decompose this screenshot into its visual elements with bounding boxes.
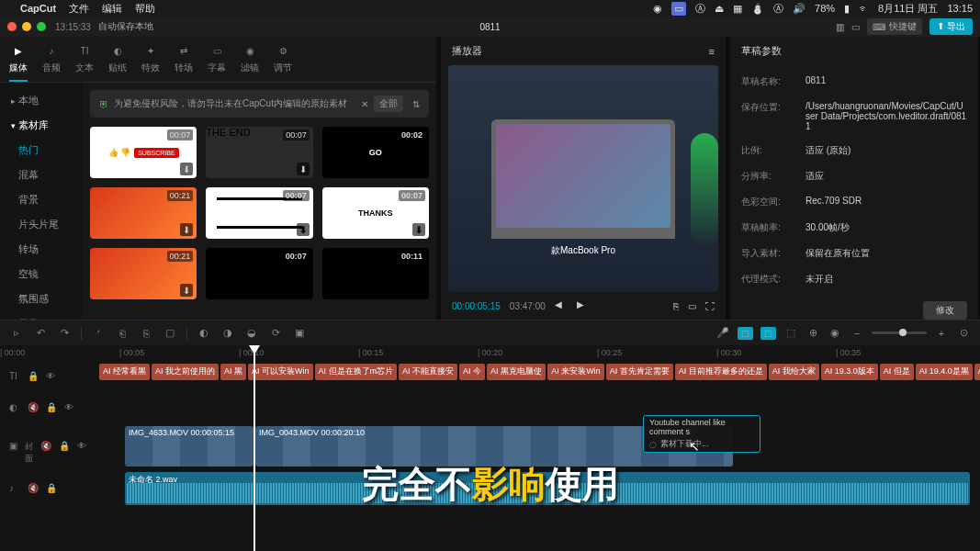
download-icon[interactable]: ⬇ [297,223,310,236]
select-tool-icon[interactable]: ▹ [9,326,24,341]
text-clip[interactable]: AI 但是在换了m芯片 [315,364,398,380]
snap-icon[interactable]: ⊕ [805,326,820,341]
asset-thumbnail[interactable]: 00:11⬇ [322,248,429,299]
sidebar-item[interactable]: 氛围感 [0,287,83,311]
ratio-icon[interactable]: ▭ [688,301,696,311]
preview-icon[interactable]: ◉ [828,326,842,341]
status-icon[interactable]: Ⓐ [773,2,783,16]
filter-icon[interactable]: ⇅ [412,99,420,109]
mic-icon[interactable]: 🎤 [715,326,730,341]
asset-thumbnail[interactable]: THANKS00:07⬇ [322,187,429,239]
text-clip[interactable]: AI 今 [459,364,485,380]
eye-icon[interactable]: 👁 [46,371,57,382]
traffic-lights[interactable] [7,22,46,31]
download-icon[interactable]: ⬇ [412,223,425,236]
player-menu-icon[interactable]: ≡ [709,46,715,57]
tool-icon[interactable]: ◒ [244,326,259,341]
status-icon[interactable]: ▦ [733,3,742,15]
sidebar-item[interactable]: 空镜 [0,262,83,287]
tab-媒体[interactable]: ▶媒体 [9,42,28,82]
wifi-icon[interactable]: ᯤ [859,3,869,14]
lock-icon[interactable]: 🔒 [59,441,70,452]
play-icon[interactable]: ▶ [577,299,590,312]
all-button[interactable]: 全部 [374,96,403,112]
tool-icon[interactable]: ▣ [292,326,307,341]
modify-button[interactable]: 修改 [923,301,967,320]
preview-area[interactable] [448,65,718,292]
sticker-track-icon[interactable]: ◐ [9,402,20,413]
text-clip[interactable]: AI 黑克电脑使 [487,364,546,380]
audio-track-icon[interactable]: ♪ [9,483,20,494]
download-icon[interactable]: ⬇ [412,284,425,297]
download-icon[interactable]: ⬇ [180,223,193,236]
text-clip[interactable]: AI 我之前使用的 [152,364,219,380]
asset-thumbnail[interactable]: 00:07⬇ [206,248,312,299]
asset-thumbnail[interactable]: THE END00:07⬇ [206,127,312,178]
tab-滤镜[interactable]: ◉滤镜 [241,42,259,82]
tab-字幕[interactable]: ▭字幕 [208,42,226,82]
timeline[interactable]: | 00:00| 00:05| 00:10| 00:15| 00:20| 00:… [0,345,980,551]
download-icon[interactable]: ⬇ [297,163,310,175]
asset-thumbnail[interactable]: 00:21⬇ [90,248,197,299]
status-icon[interactable]: Ⓐ [695,2,705,16]
asset-thumbnail[interactable]: 👍 👎SUBSCRIBE00:07⬇ [90,127,197,178]
tab-文本[interactable]: TI文本 [75,42,94,82]
text-clip[interactable]: AI 经常看黑 [99,364,150,380]
tool-icon[interactable]: ⟳ [268,326,283,341]
asset-thumbnail[interactable]: 00:21⬇ [90,187,197,239]
sidebar-item[interactable]: 片头片尾 [0,212,83,237]
status-icon[interactable]: ⛄ [751,3,764,15]
delete-icon[interactable]: ▢ [163,326,177,341]
status-icon[interactable]: ▭ [671,2,686,16]
menu-help[interactable]: 帮助 [135,2,155,16]
download-icon[interactable]: ⬇ [297,284,310,297]
asset-thumbnail[interactable]: 00:07⬇ [206,187,312,239]
download-icon[interactable]: ⬇ [180,163,193,175]
status-icon[interactable]: ◉ [653,3,662,15]
menu-edit[interactable]: 编辑 [102,2,122,16]
sidebar-item[interactable]: 日常 [0,311,83,320]
link-icon[interactable]: ⬚ [783,326,798,341]
split-right-icon[interactable]: ⎘ [139,326,153,341]
zoom-in-icon[interactable]: + [934,326,949,341]
shortcut-button[interactable]: ⌨快捷键 [867,18,922,35]
tab-音频[interactable]: ♪音频 [42,42,61,82]
lock-icon[interactable]: 🔒 [46,402,57,413]
text-clip[interactable]: AI 19.3.0版本 [821,364,878,380]
status-icon[interactable]: ⏏ [715,3,724,15]
split-icon[interactable]: ⎖ [91,326,106,341]
text-clip[interactable]: AI 19.4.0是黑 [916,364,973,380]
app-name[interactable]: CapCut [20,3,56,14]
magnet-icon[interactable]: ⬚ [738,327,753,340]
scan-icon[interactable]: ⎘ [673,301,679,311]
sidebar-library[interactable]: 素材库 [0,113,83,138]
tab-调节[interactable]: ⚙调节 [274,42,292,82]
lock-icon[interactable]: 🔒 [46,483,57,494]
tab-转场[interactable]: ⇄转场 [175,42,193,82]
text-clip[interactable]: AI 目前推荐最多的还是 [675,364,767,380]
sidebar-local[interactable]: 本地 [0,88,83,113]
text-clip[interactable]: AI 我给大家 [769,364,819,380]
zoom-slider[interactable] [872,332,927,334]
text-track-icon[interactable]: TI [9,371,20,382]
text-clip[interactable]: AI 来安装Win [547,364,604,380]
layout-icon[interactable]: ▭ [851,22,860,32]
video-clip[interactable]: IMG_4633.MOV 00:00:05:15 [125,426,253,467]
text-clip[interactable]: AI 不能直接安 [399,364,457,380]
undo-icon[interactable]: ↶ [33,326,48,341]
tab-特效[interactable]: ✦特效 [141,42,160,82]
tool-icon[interactable]: ◐ [197,326,211,341]
sidebar-item[interactable]: 转场 [0,237,83,262]
download-icon[interactable]: ⬇ [412,163,425,175]
lock-icon[interactable]: 🔒 [28,371,39,382]
export-button[interactable]: ⬆ 导出 [929,18,973,35]
eye-icon[interactable]: 👁 [77,441,86,452]
text-clip[interactable]: AI 黑 [220,364,246,380]
sidebar-item[interactable]: 混幕 [0,163,83,187]
mute-icon[interactable]: 🔇 [28,483,39,494]
text-clip[interactable]: AI 可以安装Win [248,364,313,380]
tool-icon[interactable]: ◑ [220,326,235,341]
sidebar-item[interactable]: 热门 [0,138,83,163]
playhead[interactable] [253,345,255,551]
redo-icon[interactable]: ↷ [57,326,72,341]
